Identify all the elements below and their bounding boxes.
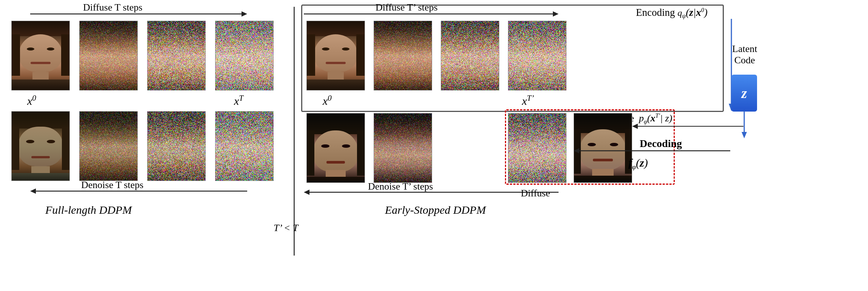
panel-divider <box>294 7 295 256</box>
svg-marker-15 <box>632 124 638 129</box>
diffuse-tprime-steps-label: Diffuse T’ steps <box>376 2 438 13</box>
face-woman2-noisy-2 <box>508 113 566 183</box>
denoise-t-steps-label: Denoise T steps <box>81 179 143 191</box>
svg-marker-3 <box>30 188 36 194</box>
svg-marker-11 <box>304 190 309 195</box>
decoding-formula: fφ(z) <box>628 156 648 171</box>
diffuse-t-steps-label: Diffuse T steps <box>83 2 142 13</box>
left-panel: Diffuse T steps <box>0 0 294 291</box>
early-stopped-ddpm-caption: Early-Stopped DDPM <box>385 204 486 216</box>
svg-marker-13 <box>574 148 579 153</box>
face-woman-noisy-right-1 <box>374 21 432 90</box>
face-woman-clean-right <box>306 21 365 90</box>
xT-label-top: xT <box>234 93 243 107</box>
full-length-ddpm-caption: Full-length DDPM <box>45 204 132 216</box>
latent-z-box: z <box>731 75 757 112</box>
encoding-label: Encoding qψ(z|x0) <box>636 7 708 20</box>
face-man-full-noise <box>215 111 274 181</box>
face-woman-full-noise-top <box>215 21 274 90</box>
x0-label-top: x0 <box>27 93 36 107</box>
svg-marker-1 <box>242 11 247 17</box>
sample-to-xTprime-arrow <box>630 111 747 141</box>
decoding-arrow <box>574 145 732 156</box>
x0-label-right-top: x0 <box>323 93 332 107</box>
face-man-noisy-light <box>79 111 138 181</box>
face-woman-clean-top <box>11 21 70 90</box>
diffuse-label: Diffuse <box>521 188 550 199</box>
face-woman-noisy-med-top <box>79 21 138 90</box>
face-woman2-clean <box>306 113 365 183</box>
face-woman-xTprime <box>508 21 566 90</box>
face-man-noisy-heavy <box>147 111 206 181</box>
tprime-lt-t-label: T’ < T <box>274 222 298 234</box>
face-woman2-noisy-1 <box>374 113 432 183</box>
face-man-clean <box>11 111 70 181</box>
face-woman-noisy-heavy-top <box>147 21 206 90</box>
svg-marker-5 <box>553 11 559 17</box>
main-container: Diffuse T steps <box>0 0 868 291</box>
xTprime-label-top: xT’ <box>522 93 534 107</box>
right-panel: Diffuse T’ steps Encoding qψ(z|x0) <box>298 0 868 291</box>
face-woman-noisy-right-2 <box>441 21 499 90</box>
latent-code-label: Latent Code <box>732 43 757 66</box>
denoise-tprime-steps-label: Denoise T’ steps <box>368 181 433 192</box>
